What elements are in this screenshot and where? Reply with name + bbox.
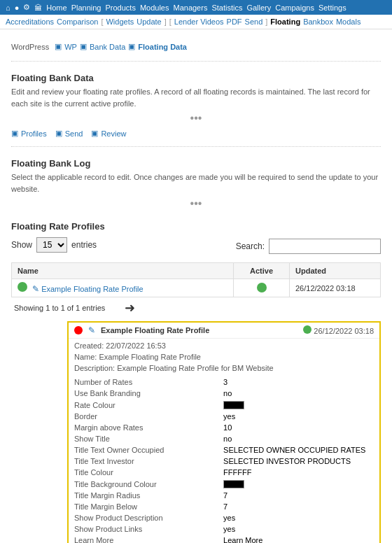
detail-popup: ✎ Example Floating Rate Profile 26/12/20… xyxy=(67,321,381,543)
send-link[interactable]: ▣ Send xyxy=(55,129,83,138)
nav-settings-item[interactable]: Settings xyxy=(318,3,346,12)
popup-field-value: yes xyxy=(218,512,379,523)
review-label: Review xyxy=(101,129,126,138)
nav-planning[interactable]: Home xyxy=(46,3,66,12)
table-row: ✎ Example Floating Rate Profile 26/12/20… xyxy=(12,279,381,297)
review-icon: ▣ xyxy=(91,129,98,138)
popup-details-table: Number of Rates3Use Bank BrandingnoRate … xyxy=(69,376,379,543)
arrow-annotation: Showing 1 to 1 of 1 entries ➜ xyxy=(14,300,381,316)
sub-nav-widgets[interactable]: Widgets xyxy=(106,17,134,26)
nav-home[interactable]: ● xyxy=(15,3,20,12)
name-label: Name: xyxy=(74,353,97,361)
nav-campaigns[interactable]: Campaigns xyxy=(275,3,314,12)
popup-date-value: 26/12/2022 03:18 xyxy=(314,327,374,335)
nav-statistics[interactable]: Statistics xyxy=(211,3,242,12)
entries-select[interactable]: 15 25 50 xyxy=(36,237,67,253)
sub-nav-lender[interactable]: Lender Videos xyxy=(174,17,224,26)
floating-bank-log-title: Floating Bank Log xyxy=(11,158,381,169)
popup-header-left: ✎ Example Floating Rate Profile xyxy=(74,325,209,335)
send-label: Send xyxy=(65,129,83,138)
popup-edit-icon[interactable]: ✎ xyxy=(88,325,95,335)
sub-nav-send[interactable]: Send xyxy=(245,17,263,26)
more-dots-1: ••• xyxy=(11,112,381,125)
profiles-label: Profiles xyxy=(21,129,47,138)
sub-nav-update[interactable]: Update xyxy=(136,17,161,26)
breadcrumb-icons: ▣ WP ▣ Bank Data ▣ Floating Data xyxy=(55,42,187,51)
popup-field-row: Title Margin Radius7 xyxy=(69,490,379,501)
popup-field-label: Title Text Owner Occupied xyxy=(69,444,218,456)
popup-header: ✎ Example Floating Rate Profile 26/12/20… xyxy=(69,323,379,339)
profiles-table: Name Active Updated ✎ Example Floating R… xyxy=(11,262,381,297)
popup-field-value: 10 xyxy=(218,422,379,433)
review-link[interactable]: ▣ Review xyxy=(91,129,126,138)
updated-cell: 26/12/2022 03:18 xyxy=(290,279,381,297)
profiles-link[interactable]: ▣ Profiles xyxy=(11,129,47,138)
popup-field-row: Borderyes xyxy=(69,411,379,422)
nav-managers[interactable]: Managers xyxy=(173,3,207,12)
popup-created-row: Created: 22/07/2022 16:53 xyxy=(69,339,379,351)
popup-field-label: Show Product Links xyxy=(69,523,218,535)
wordpress-label: WordPress xyxy=(11,43,49,51)
nav-modules[interactable]: Modules xyxy=(140,3,169,12)
edit-icon[interactable]: ✎ xyxy=(32,284,39,294)
popup-field-row: Title ColourFFFFFF xyxy=(69,467,379,478)
sub-nav-accreditations[interactable]: Accreditations xyxy=(6,17,54,26)
profile-links: ▣ Profiles ▣ Send ▣ Review xyxy=(11,129,381,138)
sub-nav-pdf[interactable]: PDF xyxy=(227,17,242,26)
nav-gallery[interactable]: Gallery xyxy=(246,3,271,12)
nav-settings[interactable]: ⚙ xyxy=(23,3,30,12)
col-active: Active xyxy=(234,263,290,279)
popup-field-value: 7 xyxy=(218,501,379,512)
active-cell xyxy=(234,279,290,297)
nav-planning-item[interactable]: Planning xyxy=(71,3,102,12)
floating-bank-log-desc: Select the applicable record to edit. On… xyxy=(11,171,381,195)
popup-field-row: Title Margin Below7 xyxy=(69,501,379,512)
popup-active-dot xyxy=(303,325,312,334)
color-swatch-black xyxy=(223,401,244,409)
separator-2 xyxy=(11,146,381,147)
popup-field-label: Show Title xyxy=(69,433,218,444)
sub-nav-comparison[interactable]: Comparison xyxy=(57,17,98,26)
popup-field-row: Show Product Linksyes xyxy=(69,523,379,535)
profiles-table-title: Floating Rate Profiles xyxy=(11,221,381,232)
popup-date: 26/12/2022 03:18 xyxy=(303,325,374,335)
wp-link[interactable]: WP xyxy=(64,43,77,51)
popup-field-label: Margin above Rates xyxy=(69,422,218,433)
sub-nav-bankbox[interactable]: Bankbox xyxy=(303,17,333,26)
popup-field-value: yes xyxy=(218,523,379,535)
more-dots-2: ••• xyxy=(11,197,381,210)
popup-field-label: Title Text Investor xyxy=(69,456,218,467)
popup-field-row: Title Text InvestorSELECTED INVESTOR PRO… xyxy=(69,456,379,467)
popup-field-value: SELECTED OWNER OCCUPIED RATES xyxy=(218,444,379,456)
bank-link[interactable]: Bank Data xyxy=(90,43,125,51)
sub-nav-floating[interactable]: Floating xyxy=(270,17,300,26)
created-label: Created: xyxy=(74,341,104,350)
floating-link[interactable]: Floating Data xyxy=(138,43,187,51)
popup-field-row: Title Text Owner OccupiedSELECTED OWNER … xyxy=(69,444,379,456)
sub-nav-modals[interactable]: Modals xyxy=(336,17,360,26)
active-dot xyxy=(18,282,27,292)
search-input[interactable] xyxy=(269,239,381,254)
popup-field-row: Show Product Descriptionyes xyxy=(69,512,379,523)
popup-desc-row: Description: Example Floating Rate Profi… xyxy=(69,362,379,376)
nav-products[interactable]: Products xyxy=(105,3,135,12)
popup-field-label: Use Bank Branding xyxy=(69,388,218,399)
nav-info[interactable]: 🏛 xyxy=(34,3,42,12)
col-updated: Updated xyxy=(290,263,381,279)
wp-breadcrumb-icon: ▣ xyxy=(55,42,62,51)
breadcrumb: WordPress ▣ WP ▣ Bank Data ▣ Floating Da… xyxy=(11,38,381,55)
floating-bank-data-title: Floating Bank Data xyxy=(11,73,381,83)
desc-label: Description: xyxy=(74,364,115,372)
popup-field-value: Learn More xyxy=(218,535,379,543)
popup-field-label: Border xyxy=(69,411,218,422)
popup-status-dot xyxy=(74,326,83,334)
popup-field-row: Use Bank Brandingno xyxy=(69,388,379,399)
popup-field-value xyxy=(218,399,379,411)
popup-field-value: yes xyxy=(218,411,379,422)
popup-field-value: SELECTED INVESTOR PRODUCTS xyxy=(218,456,379,467)
search-row: Search: xyxy=(236,239,381,254)
profile-name[interactable]: Example Floating Rate Profile xyxy=(41,285,144,293)
popup-field-label: Title Colour xyxy=(69,467,218,478)
entries-label: entries xyxy=(71,240,97,250)
showing-small: Showing 1 to 1 of 1 entries xyxy=(14,304,105,312)
